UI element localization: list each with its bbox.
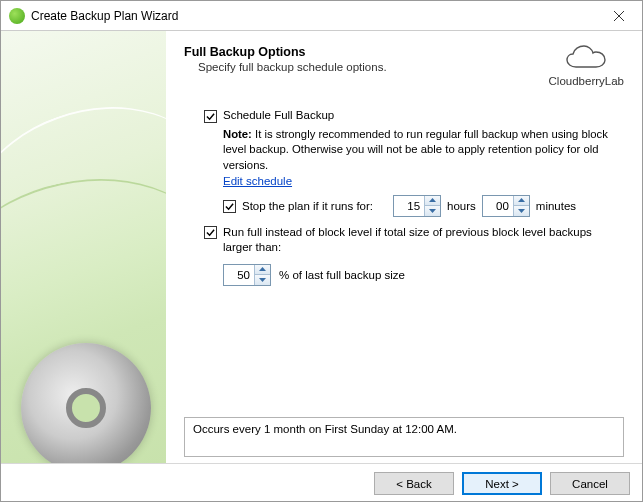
edit-schedule-link[interactable]: Edit schedule (223, 175, 292, 187)
wizard-main-panel: Full Backup Options Specify full backup … (166, 31, 642, 463)
schedule-full-backup-label: Schedule Full Backup (223, 109, 334, 121)
next-button[interactable]: Next > (462, 472, 542, 495)
svg-marker-5 (518, 209, 525, 213)
cancel-button[interactable]: Cancel (550, 472, 630, 495)
wizard-footer: < Back Next > Cancel (1, 463, 642, 502)
chevron-down-icon (518, 209, 525, 213)
note-text: It is strongly recommended to run regula… (223, 128, 608, 171)
hours-down-button[interactable] (425, 206, 440, 216)
percent-up-button[interactable] (255, 265, 270, 275)
chevron-up-icon (259, 267, 266, 271)
stop-plan-label: Stop the plan if it runs for: (242, 200, 373, 212)
checkmark-icon (206, 228, 215, 237)
minutes-input[interactable] (483, 196, 513, 216)
svg-marker-4 (518, 198, 525, 202)
chevron-up-icon (429, 198, 436, 202)
hours-input[interactable] (394, 196, 424, 216)
checkmark-icon (225, 202, 234, 211)
percent-spinner[interactable] (223, 264, 271, 286)
svg-marker-6 (259, 267, 266, 271)
minutes-unit-label: minutes (536, 200, 576, 212)
page-title: Full Backup Options (184, 45, 387, 59)
back-button[interactable]: < Back (374, 472, 454, 495)
schedule-summary-text: Occurs every 1 month on First Sunday at … (193, 423, 457, 435)
svg-marker-7 (259, 278, 266, 282)
window-title: Create Backup Plan Wizard (31, 9, 178, 23)
schedule-summary-box: Occurs every 1 month on First Sunday at … (184, 417, 624, 457)
hours-up-button[interactable] (425, 196, 440, 206)
minutes-down-button[interactable] (514, 206, 529, 216)
brand-logo: CloudberryLab (549, 43, 624, 87)
minutes-up-button[interactable] (514, 196, 529, 206)
cloud-icon (562, 43, 610, 73)
svg-marker-3 (429, 209, 436, 213)
percent-suffix-label: % of last full backup size (279, 269, 405, 281)
title-bar: Create Backup Plan Wizard (1, 1, 642, 31)
app-icon (9, 8, 25, 24)
chevron-up-icon (518, 198, 525, 202)
hours-spinner[interactable] (393, 195, 441, 217)
checkmark-icon (206, 112, 215, 121)
run-full-label: Run full instead of block level if total… (223, 225, 623, 256)
svg-marker-2 (429, 198, 436, 202)
stop-plan-checkbox[interactable] (223, 200, 236, 213)
chevron-down-icon (259, 278, 266, 282)
brand-name: CloudberryLab (549, 75, 624, 87)
schedule-note: Note: It is strongly recommended to run … (223, 127, 623, 173)
disc-icon (21, 343, 151, 463)
wizard-sidebar-graphic (1, 31, 166, 463)
close-button[interactable] (596, 1, 642, 31)
hours-unit-label: hours (447, 200, 476, 212)
schedule-full-backup-checkbox[interactable] (204, 110, 217, 123)
percent-input[interactable] (224, 265, 254, 285)
percent-down-button[interactable] (255, 275, 270, 285)
minutes-spinner[interactable] (482, 195, 530, 217)
run-full-checkbox[interactable] (204, 226, 217, 239)
note-label: Note: (223, 128, 252, 140)
page-subtitle: Specify full backup schedule options. (198, 61, 387, 73)
close-icon (614, 11, 624, 21)
chevron-down-icon (429, 209, 436, 213)
